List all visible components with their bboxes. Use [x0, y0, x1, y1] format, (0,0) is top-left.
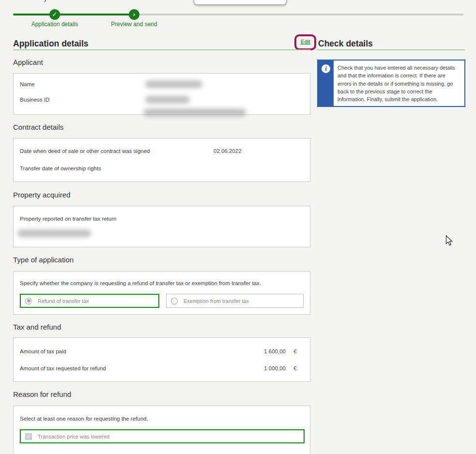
applicant-name-label: Name: [20, 81, 35, 87]
contract-date-label: Date when deed of sale or other contract…: [20, 148, 150, 154]
right-title-underline: [317, 49, 465, 50]
amount-tax-refund-label: Amount of tax requested for refund: [20, 365, 106, 371]
checkbox-option-transaction-price-lowered[interactable]: ✓ Transaction price was lowered: [20, 429, 305, 443]
stepper-step-application-details[interactable]: Application details: [18, 21, 91, 28]
section-title-property-acquired: Property acquired: [13, 191, 70, 199]
property-reported-label: Property reported on transfer tax return: [20, 216, 116, 222]
radio-option-exemption-from-transfer-tax[interactable]: Exemption from transfer tax: [166, 294, 304, 308]
contract-date-value: 02.06.2022: [214, 148, 242, 154]
radio-option-refund-of-transfer-tax[interactable]: Refund of transfer tax: [20, 294, 159, 308]
check-details-title: Check details: [318, 39, 373, 49]
application-preview-page: y ✓ › Application details Preview and se…: [0, 0, 476, 454]
redacted-property-value: [17, 229, 91, 237]
transfer-date-label: Transfer date of ownership rights: [20, 166, 101, 171]
redacted-business-id-value: [145, 96, 190, 104]
radio-option-label: Exemption from transfer tax: [184, 298, 249, 304]
edit-link[interactable]: Edit: [301, 39, 310, 45]
clipped-text-fragment: y: [44, 0, 47, 2]
type-of-application-description: Specify whether the company is requestin…: [20, 280, 261, 286]
section-title-reason-for-refund: Reason for refund: [13, 390, 71, 398]
section-title-type-of-application: Type of application: [13, 256, 74, 264]
type-of-application-card: Specify whether the company is requestin…: [13, 271, 310, 315]
redacted-strip: [143, 108, 246, 117]
amount-tax-refund-value: 1 000,00: [217, 365, 286, 371]
reason-for-refund-card: Select at least one reason for requestin…: [13, 406, 310, 454]
tax-and-refund-card: Amount of tax paid 1 600,00 € Amount of …: [13, 337, 310, 382]
amount-tax-paid-unit: €: [293, 348, 296, 354]
amount-tax-paid-value: 1 600,00: [217, 348, 286, 354]
section-title-contract-details: Contract details: [13, 123, 63, 131]
amount-tax-paid-label: Amount of tax paid: [20, 348, 66, 354]
stepper-step-preview-and-send[interactable]: Preview and send: [98, 21, 170, 28]
check-icon[interactable]: ✓: [49, 9, 60, 20]
left-title-underline: [13, 49, 310, 50]
applicant-business-id-label: Business ID: [20, 97, 49, 103]
chevron-right-icon[interactable]: ›: [129, 9, 139, 20]
section-title-tax-and-refund: Tax and refund: [13, 323, 61, 331]
radio-option-label: Refund of transfer tax: [38, 298, 89, 304]
property-acquired-card: Property reported on transfer tax return: [13, 206, 310, 247]
redacted-name-value: [145, 80, 202, 88]
info-box-text: Check that you have entered all necessar…: [338, 64, 461, 103]
checkbox-checked-icon[interactable]: ✓: [25, 433, 32, 440]
section-title-applicant: Applicant: [13, 58, 43, 66]
radio-unselected-icon[interactable]: [171, 298, 178, 304]
mouse-cursor: [445, 235, 453, 246]
applicant-card: Name Business ID: [13, 73, 310, 115]
check-details-info-box: i Check that you have entered all necess…: [317, 60, 465, 107]
amount-tax-refund-unit: €: [293, 365, 296, 371]
page-title: Application details: [13, 39, 89, 49]
stepper-remaining-line: [134, 14, 463, 15]
radio-selected-icon[interactable]: [25, 298, 32, 304]
stepper-completed-line: [13, 14, 134, 15]
info-box-accent-bar: i: [318, 61, 334, 106]
reason-for-refund-description: Select at least one reason for requestin…: [20, 416, 148, 422]
partial-top-button[interactable]: [194, 0, 287, 5]
checkbox-option-label: Transaction price was lowered: [38, 434, 109, 439]
info-icon: i: [322, 64, 330, 73]
contract-details-card: Date when deed of sale or other contract…: [13, 138, 310, 182]
